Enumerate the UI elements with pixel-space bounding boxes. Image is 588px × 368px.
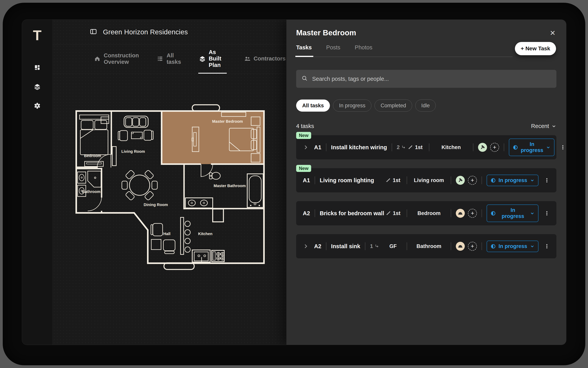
filter-chip-all-tasks[interactable]: All tasks [296, 100, 330, 112]
tab-all-tasks[interactable]: All tasks [156, 45, 182, 74]
search-icon [302, 75, 308, 82]
panel-tab-posts[interactable]: Posts [326, 44, 340, 51]
sidebar-item-settings[interactable] [34, 102, 41, 110]
chevron-down-icon [551, 124, 556, 129]
hammer-icon [458, 178, 463, 183]
new-badge: New [296, 132, 311, 139]
panel-title: Master Bedroom [296, 28, 356, 37]
close-icon[interactable]: × [549, 28, 556, 37]
task-title: Living room lighting [320, 177, 374, 184]
status-dropdown[interactable]: In progress [509, 138, 555, 156]
divider [326, 242, 326, 250]
task-location: Bathroom [412, 243, 446, 249]
divider [429, 143, 429, 151]
search-input[interactable] [312, 76, 551, 82]
room-label-kitchen: Kitchen [198, 232, 212, 236]
add-assignee-button[interactable]: + [468, 242, 477, 251]
tab-contractors[interactable]: Contractors [243, 45, 286, 74]
divider [365, 242, 365, 250]
task-meta: GFBathroom+In progress [384, 240, 550, 252]
task-list: NewA1Install kitchen wiring21stKitchen+I… [296, 135, 556, 258]
filter-chip-in-progress[interactable]: In progress [333, 100, 371, 112]
task-row[interactable]: NewA1Living room lighting1stLiving room+… [296, 168, 556, 192]
subtask-arrow-icon [401, 145, 406, 150]
floor-value: 1st [393, 177, 400, 184]
tab-construction-overview[interactable]: Construction Overview [93, 45, 140, 74]
room-label-bathroom: Bathroom [82, 189, 100, 194]
floor-plan: Bedroom Living Room Master Bedroom Bathr… [75, 103, 266, 271]
task-floor: 1st [384, 177, 402, 184]
add-assignee-button[interactable]: + [468, 209, 477, 218]
assignee-avatar[interactable] [456, 209, 465, 218]
task-code: A1 [314, 144, 321, 151]
in-progress-icon [490, 178, 496, 183]
task-menu-button[interactable] [560, 144, 566, 150]
task-title: Install sink [331, 243, 360, 249]
stairs-icon [408, 145, 413, 150]
status-dropdown[interactable]: In progress [487, 204, 538, 222]
floor-value: 1st [393, 210, 401, 216]
task-row[interactable]: NewA1Install kitchen wiring21stKitchen+I… [296, 135, 556, 159]
task-location: Kitchen [434, 144, 468, 150]
divider [315, 209, 315, 217]
new-task-button[interactable]: + New Task [515, 42, 556, 55]
task-code: A2 [314, 243, 321, 249]
tab-label: As Built Plan [209, 49, 226, 68]
task-row[interactable]: A2Bricks for bedroom wall1stBedroom+In p… [296, 201, 556, 225]
divider [407, 209, 407, 217]
status-dropdown[interactable]: In progress [487, 175, 538, 186]
divider [481, 176, 482, 184]
floor-plan-canvas[interactable]: Bedroom Living Room Master Bedroom Bathr… [53, 74, 286, 345]
panel-tab-tasks[interactable]: Tasks [296, 44, 312, 51]
task-menu-button[interactable] [544, 177, 550, 183]
home-icon [94, 55, 101, 62]
app-logo: T [33, 28, 42, 42]
sidebar-toggle-icon[interactable] [90, 28, 97, 36]
divider [392, 143, 392, 151]
dashboard-icon [34, 64, 41, 72]
top-bar: Green Horizon Residencies [53, 20, 286, 45]
sidebar-item-dashboard[interactable] [34, 64, 41, 72]
panel-tab-photos[interactable]: Photos [355, 44, 372, 51]
sort-dropdown[interactable]: Recent [531, 123, 556, 129]
divider [481, 209, 482, 217]
task-filter-chips: All tasksIn progressCompletedIdle [296, 100, 556, 112]
room-label-master-bedroom: Master Bedroom [212, 119, 243, 123]
subtask-count: 1 [370, 243, 380, 249]
panel-tab-bar: TasksPostsPhotos + New Task [296, 44, 556, 57]
hardhat-icon [458, 244, 463, 249]
room-label-dining-room: Dining Room [144, 202, 168, 207]
status-dropdown[interactable]: In progress [487, 240, 538, 252]
divider [326, 143, 326, 151]
task-row[interactable]: A2Install sink1GFBathroom+In progress [296, 234, 556, 258]
search-bar[interactable] [296, 70, 556, 88]
tab-as-built-plan[interactable]: As Built Plan [198, 45, 227, 74]
expand-chevron-icon[interactable] [303, 144, 309, 150]
sidebar-item-plans[interactable] [34, 83, 41, 91]
add-assignee-button[interactable]: + [468, 176, 477, 185]
subtask-count: 2 [397, 144, 406, 150]
floor-value: 1st [415, 144, 422, 150]
assignee-avatar[interactable] [456, 176, 465, 185]
room-label-living-room: Living Room [121, 149, 145, 154]
assignee-group: + [456, 176, 477, 185]
task-menu-button[interactable] [544, 210, 550, 216]
task-floor: 1st [406, 144, 424, 150]
expand-chevron-icon[interactable] [303, 243, 309, 249]
assignee-avatar[interactable] [478, 143, 487, 152]
chevron-down-icon [530, 244, 535, 249]
status-label: In progress [499, 177, 527, 184]
sidebar-nav [34, 64, 41, 110]
gear-icon [34, 102, 41, 110]
floor-value: GF [389, 243, 397, 249]
task-code: A2 [303, 210, 310, 217]
project-title: Green Horizon Residencies [103, 28, 188, 36]
filter-chip-completed[interactable]: Completed [374, 100, 412, 112]
main-content: Green Horizon Residencies Construction O… [53, 20, 286, 345]
divider [407, 176, 407, 184]
add-assignee-button[interactable]: + [490, 143, 499, 152]
task-count-row: 4 tasks Recent [296, 123, 556, 129]
task-menu-button[interactable] [544, 243, 550, 249]
assignee-avatar[interactable] [456, 242, 465, 251]
filter-chip-idle[interactable]: Idle [415, 100, 436, 112]
